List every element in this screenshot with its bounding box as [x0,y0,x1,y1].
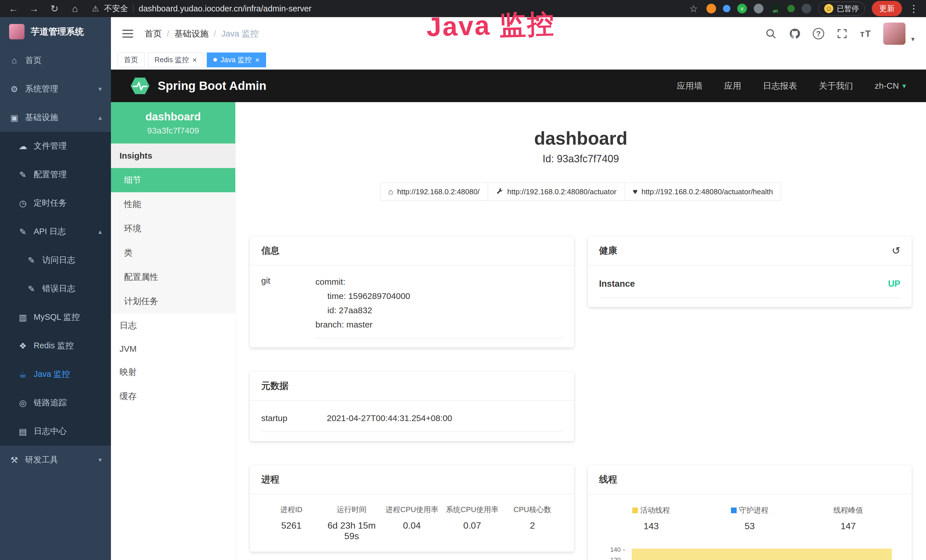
main-column: 首页 / 基础设施 / Java 监控 ? тT ▾ [111,17,926,560]
extension-icon-on-badge[interactable]: on [770,3,781,14]
breadcrumb-item-infrastructure[interactable]: 基础设施 [174,28,209,40]
extension-icon-orange[interactable] [707,4,716,14]
tab-home[interactable]: 首页 [117,53,145,67]
info-card-title: 信息 [250,236,574,266]
sba-nav-applications[interactable]: 应用 [724,80,741,92]
daemon-threads-swatch [731,507,737,513]
metadata-card-body: startup 2021-04-27T00:44:31.254+08:00 [250,401,574,441]
sidebar-item-log-center[interactable]: ▤ 日志中心 [0,417,111,446]
sidebar-item-scheduled-jobs[interactable]: ◷ 定时任务 [0,189,111,217]
sba-nav-journal[interactable]: 日志报表 [763,80,797,92]
card-title: 元数据 [261,380,289,392]
extension-icon-leaf[interactable] [787,5,795,12]
sba-header: Spring Boot Admin 应用墙 应用 日志报表 关于我们 zh-CN… [111,70,926,102]
sba-nav-about[interactable]: 关于我们 [819,80,853,92]
back-icon[interactable]: ← [8,3,20,14]
profile-paused-badge[interactable]: ☺ 已暂停 [818,2,865,16]
process-stats: 进程ID 5261 运行时间 6d 23h 15m 59s 进程CPU使用率 [261,504,563,543]
extension-icon-dark[interactable] [802,4,811,14]
fullscreen-icon[interactable] [836,28,848,40]
locale-select[interactable]: zh-CN ▾ [875,81,906,91]
sidebar-item-redis-monitor[interactable]: ❖ Redis 监控 [0,331,111,360]
sidebar-item-infrastructure[interactable]: ▣ 基础设施 ▴ [0,103,111,132]
extension-icon-green-circle[interactable]: v [737,4,747,14]
sidebar-item-access-logs[interactable]: ✎ 访问日志 [0,246,111,274]
sidebar-item-label: 链路追踪 [34,397,67,409]
tab-close-icon[interactable]: × [192,56,197,64]
update-button[interactable]: 更新 [872,1,902,16]
sba-sidebar-item-config-props[interactable]: 配置属性 [111,265,235,289]
font-size-icon[interactable]: тT [860,29,871,39]
sidebar-item-file-mgmt[interactable]: ☁ 文件管理 [0,132,111,160]
forward-icon[interactable]: → [28,3,40,14]
sba-sidebar-item-logfile[interactable]: 日志 [111,313,235,338]
stat-value: 2 [504,520,561,531]
search-icon[interactable] [765,28,777,40]
sidebar-item-home[interactable]: ⌂ 首页 [0,46,111,75]
sidebar-item-dev-tools[interactable]: ⚒ 研发工具 ▾ [0,446,111,474]
gear-icon: ⚙ [9,84,20,94]
browser-actions: ☆ v on ☺ 已暂停 更新 ⋮ [688,1,918,16]
address-bar[interactable]: ⚠ 不安全 dashboard.yudao.iocoder.cn/infra/a… [92,3,679,14]
sba-sidebar-item-caches[interactable]: 缓存 [111,384,235,409]
sidebar-item-config-mgmt[interactable]: ✎ 配置管理 [0,160,111,189]
legend-value: 147 [799,521,898,531]
reload-icon[interactable]: ↻ [48,3,61,14]
info-card: 信息 git commit: time: 1596289704000 id: 2… [250,236,574,348]
sba-sidebar-item-jvm[interactable]: JVM [111,338,235,360]
sidebar-item-label: 日志中心 [34,425,67,437]
tab-redis-monitor[interactable]: Redis 监控 × [148,53,203,67]
sba-brand-title[interactable]: Spring Boot Admin [158,79,266,93]
metadata-key: startup [261,413,327,423]
user-avatar[interactable] [883,23,905,45]
cards-grid: 信息 git commit: time: 1596289704000 id: 2… [250,236,912,560]
error-log-icon: ✎ [26,284,36,294]
sba-sidebar-item-metrics[interactable]: 性能 [111,192,235,216]
metadata-value: 2021-04-27T00:44:31.254+08:00 [327,413,452,423]
sba-nav-wallboard[interactable]: 应用墙 [677,80,702,92]
tab-close-icon[interactable]: × [255,56,260,64]
process-card: 进程 进程ID 5261 运行时间 [250,465,574,552]
sba-sidebar-item-mappings[interactable]: 映射 [111,360,235,384]
sidebar-item-trace[interactable]: ◎ 链路追踪 [0,389,111,417]
instance-name: dashboard [114,111,232,123]
breadcrumb-item-home[interactable]: 首页 [145,28,162,40]
url-text[interactable]: dashboard.yudao.iocoder.cn/infra/admin-s… [139,4,312,14]
history-icon[interactable]: ↺ [892,245,900,257]
sidebar-item-api-logs[interactable]: ✎ API 日志 ▴ [0,217,111,246]
clock-icon: ◷ [18,198,28,208]
instance-header[interactable]: dashboard 93a3fc7f7409 [111,102,235,144]
sidebar-collapse-icon[interactable] [123,27,133,40]
sba-sidebar-item-details[interactable]: 细节 [111,168,235,192]
breadcrumb-item-current: Java 监控 [221,28,259,40]
sba-sidebar-item-classes[interactable]: 类 [111,241,235,265]
help-icon[interactable]: ? [813,28,824,39]
page-instance-id: Id: 93a3fc7f7409 [250,153,912,165]
browser-menu-icon[interactable]: ⋮ [909,3,918,14]
sba-sidebar-item-environment[interactable]: 环境 [111,216,235,241]
annotation-text: Java 监控 [426,6,555,45]
sidebar-item-system-mgmt[interactable]: ⚙ 系统管理 ▾ [0,75,111,103]
tab-java-monitor[interactable]: Java 监控 × [207,53,266,67]
card-title: 健康 [599,244,617,257]
legend-label: 守护进程 [739,505,769,515]
github-icon[interactable] [789,28,801,40]
instance-health-link[interactable]: ♥ http://192.168.0.2:48080/actuator/heal… [625,183,781,201]
health-status-badge: UP [888,279,900,289]
live-threads-swatch [632,507,638,513]
git-id-line: id: 27aa832 [315,303,563,318]
process-stat-process-cpu: 进程CPU使用率 0.04 [382,504,442,543]
bookmark-star-icon[interactable]: ☆ [688,3,699,14]
sidebar-item-mysql-monitor[interactable]: ▥ MySQL 监控 [0,303,111,331]
sidebar-item-java-monitor[interactable]: ☕ Java 监控 [0,360,111,389]
sidebar-item-error-logs[interactable]: ✎ 错误日志 [0,274,111,303]
extension-icon-grid[interactable] [754,4,763,14]
extension-icon-blue-drop[interactable] [723,5,730,12]
instance-actuator-link[interactable]: http://192.168.0.2:48080/actuator [488,183,625,201]
security-warning-icon[interactable]: ⚠ [92,4,99,14]
instance-home-link[interactable]: ⌂ http://192.168.0.2:48080/ [380,183,488,201]
sba-sidebar-item-scheduled-tasks[interactable]: 计划任务 [111,289,235,313]
info-row-git: git commit: time: 1596289704000 id: 27aa… [261,275,563,338]
browser-home-icon[interactable]: ⌂ [69,3,81,14]
link-url: http://192.168.0.2:48080/actuator/health [642,188,773,196]
